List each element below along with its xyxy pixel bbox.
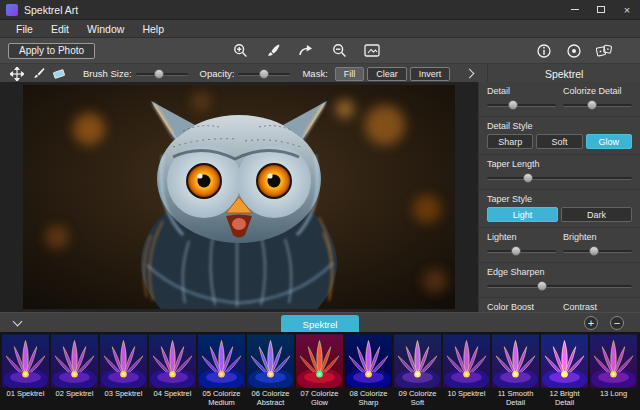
maximize-icon [597, 6, 605, 13]
add-preset-button[interactable]: + [584, 316, 598, 330]
preset-image [247, 334, 294, 388]
mask-label: Mask: [302, 68, 327, 79]
preset-image [541, 334, 588, 388]
canvas-owl-image [23, 85, 455, 309]
contrast-label: Contrast [563, 302, 632, 312]
preset-image [296, 334, 343, 388]
menubar: File Edit Window Help [0, 20, 640, 38]
photo-canvas[interactable] [0, 82, 478, 312]
remove-preset-button[interactable]: − [610, 316, 624, 330]
lighten-label: Lighten [487, 232, 556, 242]
preset-bar: Spektrel + − [0, 312, 640, 332]
eraser-icon[interactable] [50, 66, 68, 82]
detail-style-glow-button[interactable]: Glow [586, 134, 632, 149]
preset-image [100, 334, 147, 388]
preset-image [198, 334, 245, 388]
random-dice-icon[interactable] [596, 43, 612, 59]
brush-size-label: Brush Size: [83, 68, 132, 79]
apply-to-photo-button[interactable]: Apply to Photo [8, 43, 95, 59]
preset-image [443, 334, 490, 388]
colorize-detail-slider[interactable] [563, 99, 632, 111]
window-title: Spektrel Art [24, 4, 562, 16]
zoom-in-icon[interactable] [232, 43, 248, 59]
preset-thumbnail-08[interactable]: 08 Colorize Sharp [345, 334, 392, 410]
preset-thumbnail-06[interactable]: 06 Colorize Abstract [247, 334, 294, 410]
minimize-button[interactable] [562, 0, 588, 19]
detail-label: Detail [487, 86, 556, 96]
expand-tools-icon[interactable] [465, 69, 475, 79]
toolbar: Apply to Photo [0, 38, 640, 64]
brush-tool-icon[interactable] [265, 43, 281, 59]
close-icon: × [624, 4, 630, 16]
edge-sharpen-slider[interactable] [487, 280, 632, 292]
preset-image [149, 334, 196, 388]
preset-image [492, 334, 539, 388]
zoom-out-icon[interactable] [331, 43, 347, 59]
taper-style-light-button[interactable]: Light [487, 207, 558, 222]
taper-length-label: Taper Length [487, 159, 632, 169]
mask-clear-button[interactable]: Clear [367, 67, 407, 81]
preset-image [394, 334, 441, 388]
menu-edit[interactable]: Edit [43, 21, 77, 37]
preset-thumbnail-05[interactable]: 05 Colorize Medium [198, 334, 245, 410]
mask-invert-button[interactable]: Invert [410, 67, 451, 81]
detail-style-sharp-button[interactable]: Sharp [487, 134, 533, 149]
preset-image [51, 334, 98, 388]
taper-style-label: Taper Style [487, 194, 632, 204]
preset-image [590, 334, 637, 388]
preset-thumbnail-02[interactable]: 02 Spektrel [51, 334, 98, 410]
preset-thumbnail-07[interactable]: 07 Colorize Glow [296, 334, 343, 410]
brush-size-slider[interactable] [136, 68, 188, 80]
preset-category-tab[interactable]: Spektrel [281, 315, 359, 333]
chevron-down-icon [12, 317, 22, 327]
taper-length-slider[interactable] [487, 172, 632, 184]
taper-style-dark-button[interactable]: Dark [561, 207, 632, 222]
info-icon[interactable] [536, 43, 552, 59]
opacity-slider[interactable] [238, 68, 290, 80]
app-icon [6, 4, 18, 16]
preset-thumbnail-strip: 01 Spektrel 02 Spektrel 03 Spektrel 04 S… [0, 332, 640, 410]
preset-thumbnail-10[interactable]: 10 Spektrel [443, 334, 490, 410]
effect-settings-panel: Detail Colorize Detail Detail Style Shar… [478, 82, 640, 312]
detail-style-soft-button[interactable]: Soft [536, 134, 582, 149]
detail-slider[interactable] [487, 99, 556, 111]
preset-image [2, 334, 49, 388]
brighten-slider[interactable] [563, 245, 632, 257]
brighten-label: Brighten [563, 232, 632, 242]
fit-view-icon[interactable] [364, 43, 380, 59]
edge-sharpen-label: Edge Sharpen [487, 267, 632, 277]
menu-help[interactable]: Help [134, 21, 172, 37]
preset-image [345, 334, 392, 388]
pan-tool-icon[interactable] [8, 66, 26, 82]
menu-window[interactable]: Window [79, 21, 132, 37]
redo-icon[interactable] [298, 43, 314, 59]
preset-thumbnail-12[interactable]: 12 Bright Detail [541, 334, 588, 410]
lighten-slider[interactable] [487, 245, 556, 257]
preset-thumbnail-01[interactable]: 01 Spektrel [2, 334, 49, 410]
titlebar: Spektrel Art × [0, 0, 640, 20]
app-window: Spektrel Art × File Edit Window Help App… [0, 0, 640, 410]
mask-fill-button[interactable]: Fill [335, 67, 365, 81]
menu-file[interactable]: File [8, 21, 41, 37]
preset-thumbnail-03[interactable]: 03 Spektrel [100, 334, 147, 410]
collapse-presets-button[interactable] [10, 317, 24, 329]
preset-thumbnail-04[interactable]: 04 Spektrel [149, 334, 196, 410]
opacity-label: Opacity: [200, 68, 235, 79]
paint-brush-icon[interactable] [29, 66, 47, 82]
colorize-detail-label: Colorize Detail [563, 86, 632, 96]
preset-thumbnail-09[interactable]: 09 Colorize Soft [394, 334, 441, 410]
brush-options-bar: Brush Size: Opacity: Mask: Fill Clear In… [0, 64, 640, 84]
minimize-icon [571, 9, 579, 10]
close-button[interactable]: × [614, 0, 640, 19]
color-boost-label: Color Boost [487, 302, 556, 312]
effect-panel-header: Spektrel [487, 64, 640, 83]
maximize-button[interactable] [588, 0, 614, 19]
preset-thumbnail-13[interactable]: 13 Long [590, 334, 637, 410]
preset-thumbnail-11[interactable]: 11 Smooth Detail [492, 334, 539, 410]
detail-style-label: Detail Style [487, 121, 632, 131]
reset-icon[interactable] [566, 43, 582, 59]
